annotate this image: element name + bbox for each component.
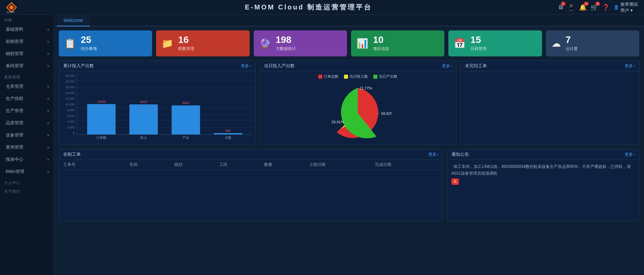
bar-group-1: 9870 xyxy=(126,100,162,134)
sidebar-item-基础资料[interactable]: 基础资料 ▾ xyxy=(0,23,54,35)
bar-chart-area: 10000 9870 xyxy=(77,74,252,135)
daily-panel-body: 订单总数 当日投入数 当日产出数 xyxy=(260,71,456,145)
header-right: 🖥 1 📱 🔔 0 🛒 0 ❓ 👤 效率测试用户 ▾ xyxy=(558,1,639,14)
pie-label-red: ← 58.82% xyxy=(376,111,392,116)
col-online-date: 上线日期 xyxy=(308,162,374,168)
user-avatar-icon: 👤 xyxy=(614,5,619,10)
stat-card-cloud[interactable]: ☁ 7 云计算 xyxy=(546,30,639,56)
pending-icon: 📋 xyxy=(64,38,76,49)
work-order-table-body xyxy=(59,170,443,221)
notice-more-btn[interactable]: 更多 › xyxy=(625,152,635,157)
bar-2 xyxy=(172,105,200,134)
user-menu-button[interactable]: 👤 效率测试用户 ▾ xyxy=(614,1,639,14)
middle-panels-row: 累计投入产出数 更多 › 20,000 18,000 16,000 14,000 xyxy=(54,60,644,145)
col-qty: 数量 xyxy=(263,162,308,168)
sidebar-item-仓库管理[interactable]: 仓库管理 ▾ xyxy=(0,80,54,93)
cloud-number: 7 xyxy=(566,35,578,45)
project-label: 项目信息 xyxy=(373,46,389,52)
sidebar-item-查询管理[interactable]: 查询管理 ▾ xyxy=(0,141,54,153)
chevron-icon: ▾ xyxy=(47,64,49,68)
legend-dot-green xyxy=(373,75,377,79)
cart-icon-btn[interactable]: 🛒 0 xyxy=(591,4,598,11)
sidebar-item-生产管理[interactable]: 生产管理 ▾ xyxy=(0,105,54,117)
sidebar-item-生产排程[interactable]: 生产排程 ▾ xyxy=(0,93,54,105)
project-number: 10 xyxy=(373,35,389,45)
bar-group-0: 10000 xyxy=(84,100,119,134)
sidebar-item-前制管理[interactable]: 前制管理 ▾ xyxy=(0,35,54,48)
work-order-more-btn[interactable]: 更多 › xyxy=(428,152,439,157)
chevron-icon: ▾ xyxy=(47,40,49,44)
stat-card-schedule[interactable]: 📅 15 日程管理 xyxy=(448,30,542,56)
archive-number: 16 xyxy=(178,35,194,45)
unfinished-panel-header: 未完结工单 更多 › xyxy=(461,61,639,71)
schedule-icon: 📅 xyxy=(454,38,466,49)
logo-icon: 效率科技 xyxy=(5,1,18,14)
tablet-icon-btn[interactable]: 📱 xyxy=(568,4,575,11)
bars-container: 10000 9870 xyxy=(77,74,252,134)
chevron-icon: ▾ xyxy=(47,97,49,101)
chevron-icon: ▾ xyxy=(47,146,49,149)
col-line: 线别 xyxy=(173,162,218,168)
schedule-number: 15 xyxy=(470,35,487,45)
stat-card-archive[interactable]: 📁 16 档案管理 xyxy=(156,30,249,56)
x-label-3: 欠数 xyxy=(210,135,246,140)
help-icon-btn[interactable]: ❓ xyxy=(602,4,610,11)
x-label-0: 订单数 xyxy=(83,135,119,140)
sidebar-item-销程管理[interactable]: 销程管理 ▾ xyxy=(0,48,54,60)
sidebar-item-品质管理[interactable]: 品质管理 ▾ xyxy=(0,117,54,129)
notice-text: 加工车间，加工LINE1线，W033000034数控机床设备生产良品率85%，不… xyxy=(451,164,631,176)
unfinished-more-btn[interactable]: 更多 › xyxy=(625,63,635,69)
pending-number: 25 xyxy=(81,35,97,45)
notice-panel: 通知公告 更多 › · 加工车间，加工LINE1线，W033000034数控机床… xyxy=(447,149,639,221)
x-label-2: 产出 xyxy=(168,135,203,140)
bar-value-2: 9600 xyxy=(182,101,189,105)
sidebar: 功能 基础资料 ▾ 前制管理 ▾ 销程管理 ▾ 条码管理 ▾ 系统管理 仓库管理… xyxy=(0,15,54,275)
chevron-right-icon: › xyxy=(634,152,635,157)
cumulative-more-btn[interactable]: 更多 › xyxy=(241,63,251,69)
bar-0 xyxy=(87,104,116,134)
cloud-icon: ☁ xyxy=(551,38,561,49)
sidebar-item-报表中心[interactable]: 报表中心 ▾ xyxy=(0,153,54,166)
tablet-icon: 📱 xyxy=(568,4,575,11)
pie-chart-svg: ← 58.82% 29.41% 11.77% xyxy=(324,81,392,142)
monitor-icon-btn[interactable]: 🖥 1 xyxy=(558,4,564,11)
pie-label-green: 11.77% xyxy=(360,86,372,90)
chevron-icon: ▾ xyxy=(47,170,49,174)
col-process: 工段 xyxy=(218,162,263,168)
chevron-icon: ▾ xyxy=(47,85,49,89)
stat-card-pending[interactable]: 📋 25 待办事项 xyxy=(59,30,152,56)
main-layout: 功能 基础资料 ▾ 前制管理 ▾ 销程管理 ▾ 条码管理 ▾ 系统管理 仓库管理… xyxy=(0,15,644,275)
user-label: 效率测试用户 ▾ xyxy=(620,1,639,14)
chevron-right-icon: › xyxy=(250,64,251,68)
stat-card-bigdata[interactable]: 🔮 198 大数据统计 xyxy=(254,30,347,56)
notice-tag: 高 xyxy=(451,178,459,185)
daily-title: 当日投入产出数 xyxy=(264,63,295,69)
sidebar-item-设备管理[interactable]: 设备管理 ▾ xyxy=(0,129,54,141)
chevron-icon: ▾ xyxy=(47,133,49,137)
bar-group-2: 9600 xyxy=(168,101,204,134)
legend-dot-red xyxy=(318,75,322,79)
bigdata-label: 大数据统计 xyxy=(276,46,296,52)
sidebar-item-RMA管理[interactable]: RMA管理 ▾ xyxy=(0,166,54,178)
daily-more-btn[interactable]: 更多 › xyxy=(442,63,452,69)
chevron-icon: ▾ xyxy=(47,109,49,113)
notice-dot: · xyxy=(451,164,452,169)
tab-welcome[interactable]: Welcome xyxy=(57,15,90,26)
sidebar-item-条码管理[interactable]: 条码管理 ▾ xyxy=(0,60,54,72)
unfinished-title: 未完结工单 xyxy=(465,63,487,69)
bigdata-icon: 🔮 xyxy=(259,38,271,49)
bell-badge: 0 xyxy=(584,2,589,6)
stat-card-project[interactable]: 📊 10 项目信息 xyxy=(351,30,444,56)
pending-label: 待办事项 xyxy=(81,46,97,52)
sidebar-section-personal: 个人中心 xyxy=(0,178,54,186)
bigdata-number: 198 xyxy=(276,35,296,45)
project-icon: 📊 xyxy=(356,38,368,49)
sidebar-section-about: 关于我们 xyxy=(0,186,54,195)
legend-dot-yellow xyxy=(344,75,348,79)
monitor-badge: 1 xyxy=(561,2,566,6)
bar-value-3: 400 xyxy=(225,129,230,132)
legend-item-1: 当日投入数 xyxy=(344,74,368,79)
pie-legend: 订单总数 当日投入数 当日产出数 xyxy=(263,74,453,79)
bell-icon-btn[interactable]: 🔔 0 xyxy=(579,4,587,11)
app-title: E-MOM Cloud 制造运营管理平台 xyxy=(59,3,558,12)
